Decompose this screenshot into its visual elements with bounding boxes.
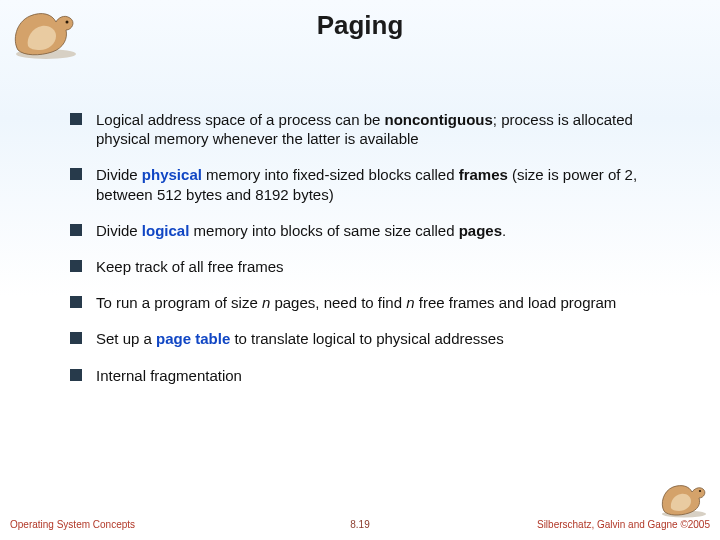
bullet-square-icon <box>70 369 82 381</box>
bullet-text: Logical address space of a process can b… <box>96 110 680 148</box>
bullet-square-icon <box>70 168 82 180</box>
bullet-square-icon <box>70 224 82 236</box>
list-item: Divide logical memory into blocks of sam… <box>70 221 680 240</box>
list-item: Internal fragmentation <box>70 366 680 385</box>
bullet-square-icon <box>70 113 82 125</box>
list-item: To run a program of size n pages, need t… <box>70 293 680 312</box>
footer-dinosaur-image <box>656 476 712 518</box>
slide-title: Paging <box>0 10 720 41</box>
bullet-list: Logical address space of a process can b… <box>70 110 680 402</box>
bullet-square-icon <box>70 260 82 272</box>
bullet-square-icon <box>70 332 82 344</box>
bullet-text: Keep track of all free frames <box>96 257 284 276</box>
bullet-text: Divide logical memory into blocks of sam… <box>96 221 506 240</box>
list-item: Divide physical memory into fixed-sized … <box>70 165 680 203</box>
footer-page-number: 8.19 <box>350 519 369 530</box>
bullet-text: Internal fragmentation <box>96 366 242 385</box>
bullet-text: Set up a page table to translate logical… <box>96 329 504 348</box>
footer-left-text: Operating System Concepts <box>10 519 135 530</box>
list-item: Keep track of all free frames <box>70 257 680 276</box>
bullet-square-icon <box>70 296 82 308</box>
bullet-text: Divide physical memory into fixed-sized … <box>96 165 680 203</box>
bullet-text: To run a program of size n pages, need t… <box>96 293 616 312</box>
svg-point-3 <box>699 490 701 492</box>
list-item: Logical address space of a process can b… <box>70 110 680 148</box>
footer-right-text: Silberschatz, Galvin and Gagne ©2005 <box>537 519 710 530</box>
slide-footer: Operating System Concepts 8.19 Silbersch… <box>0 516 720 530</box>
list-item: Set up a page table to translate logical… <box>70 329 680 348</box>
